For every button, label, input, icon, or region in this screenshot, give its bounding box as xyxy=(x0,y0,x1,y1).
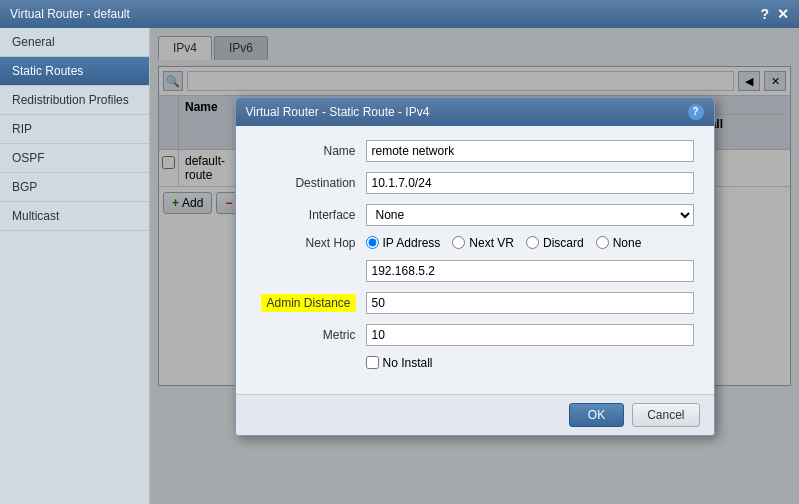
metric-input[interactable] xyxy=(366,324,694,346)
radio-none[interactable]: None xyxy=(596,236,642,250)
metric-label: Metric xyxy=(256,328,366,342)
close-title-icon[interactable]: ✕ xyxy=(777,6,789,22)
help-title-icon[interactable]: ? xyxy=(760,6,769,22)
name-label: Name xyxy=(256,144,366,158)
content-area: IPv4 IPv6 🔍 ◀ ✕ Name Destina. xyxy=(150,28,799,504)
admin-distance-input[interactable] xyxy=(366,292,694,314)
destination-input[interactable] xyxy=(366,172,694,194)
main-layout: General Static Routes Redistribution Pro… xyxy=(0,28,799,504)
form-row-no-install: No Install xyxy=(256,356,694,370)
form-row-interface: Interface None xyxy=(256,204,694,226)
form-row-metric: Metric xyxy=(256,324,694,346)
nexthop-value-input[interactable] xyxy=(366,260,694,282)
radio-discard[interactable]: Discard xyxy=(526,236,584,250)
interface-label: Interface xyxy=(256,208,366,222)
no-install-checkbox-label[interactable]: No Install xyxy=(366,356,433,370)
form-row-destination: Destination xyxy=(256,172,694,194)
modal-overlay: Virtual Router - Static Route - IPv4 ? N… xyxy=(150,28,799,504)
destination-label: Destination xyxy=(256,176,366,190)
modal-dialog: Virtual Router - Static Route - IPv4 ? N… xyxy=(235,97,715,436)
ok-button[interactable]: OK xyxy=(569,403,624,427)
modal-body: Name Destination Interface None xyxy=(236,126,714,394)
no-install-checkbox[interactable] xyxy=(366,356,379,369)
sidebar-item-bgp[interactable]: BGP xyxy=(0,173,149,202)
interface-select[interactable]: None xyxy=(366,204,694,226)
sidebar-item-static-routes[interactable]: Static Routes xyxy=(0,57,149,86)
sidebar-item-multicast[interactable]: Multicast xyxy=(0,202,149,231)
modal-footer: OK Cancel xyxy=(236,394,714,435)
sidebar-item-general[interactable]: General xyxy=(0,28,149,57)
form-row-admin-distance: Admin Distance xyxy=(256,292,694,314)
sidebar-item-ospf[interactable]: OSPF xyxy=(0,144,149,173)
nexthop-radio-group: IP Address Next VR Discard xyxy=(366,236,694,250)
sidebar-item-redistribution-profiles[interactable]: Redistribution Profiles xyxy=(0,86,149,115)
modal-help-icon[interactable]: ? xyxy=(688,104,704,120)
modal-title-bar: Virtual Router - Static Route - IPv4 ? xyxy=(236,98,714,126)
nexthop-label: Next Hop xyxy=(256,236,366,250)
nexthop-value-row xyxy=(256,260,694,282)
modal-title: Virtual Router - Static Route - IPv4 xyxy=(246,105,430,119)
admin-distance-label: Admin Distance xyxy=(256,296,366,310)
radio-ip-address[interactable]: IP Address xyxy=(366,236,441,250)
title-bar-icons: ? ✕ xyxy=(760,6,789,22)
title-bar: Virtual Router - default ? ✕ xyxy=(0,0,799,28)
name-input[interactable] xyxy=(366,140,694,162)
form-row-nexthop: Next Hop IP Address Next VR xyxy=(256,236,694,250)
radio-next-vr[interactable]: Next VR xyxy=(452,236,514,250)
sidebar-item-rip[interactable]: RIP xyxy=(0,115,149,144)
window-title: Virtual Router - default xyxy=(10,7,130,21)
sidebar: General Static Routes Redistribution Pro… xyxy=(0,28,150,504)
form-row-name: Name xyxy=(256,140,694,162)
cancel-button[interactable]: Cancel xyxy=(632,403,699,427)
